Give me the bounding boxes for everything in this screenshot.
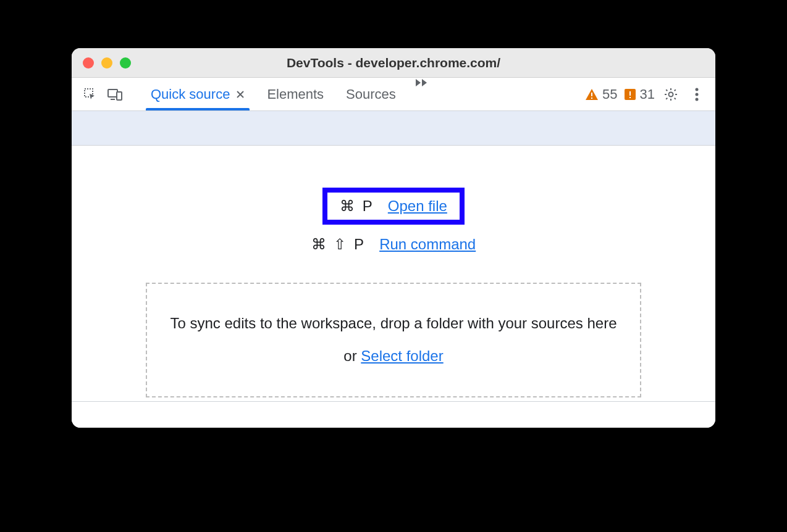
titlebar: DevTools - developer.chrome.com/ [72, 48, 715, 78]
close-tab-icon[interactable] [236, 90, 245, 99]
open-file-shortcut: ⌘ P Open file [322, 188, 465, 225]
settings-icon[interactable] [661, 85, 681, 104]
svg-rect-7 [591, 98, 592, 99]
svg-rect-6 [591, 93, 592, 96]
more-options-icon[interactable] [687, 85, 707, 104]
run-command-shortcut: ⌘ ⇧ P Run command [311, 236, 476, 253]
shortcut-keys: ⌘ ⇧ P [311, 236, 366, 253]
main-toolbar: Quick source Elements Sources [72, 78, 715, 111]
svg-rect-10 [629, 97, 631, 98]
run-command-link[interactable]: Run command [379, 236, 476, 253]
workspace-dropzone[interactable]: To sync edits to the workspace, drop a f… [146, 283, 641, 397]
shortcuts-list: ⌘ P Open file ⌘ ⇧ P Run command [84, 188, 703, 253]
more-tabs-icon[interactable] [407, 78, 437, 110]
inspect-element-icon[interactable] [80, 85, 100, 104]
warning-icon [585, 88, 599, 101]
minimize-window-button[interactable] [101, 57, 112, 69]
tab-elements[interactable]: Elements [256, 78, 335, 110]
svg-rect-1 [108, 89, 117, 97]
device-toggle-icon[interactable] [105, 85, 125, 104]
issue-icon [624, 88, 636, 101]
issues-counter[interactable]: 31 [624, 86, 655, 102]
tab-label: Sources [346, 86, 396, 102]
warnings-counter[interactable]: 55 [585, 86, 617, 102]
shortcut-keys: ⌘ P [340, 197, 374, 215]
toolbar-right: 55 31 [585, 85, 707, 104]
svg-point-14 [696, 98, 699, 101]
svg-point-12 [696, 88, 699, 91]
secondary-toolbar [72, 111, 715, 146]
window-controls [83, 57, 131, 69]
svg-point-11 [669, 92, 673, 96]
window-title: DevTools - developer.chrome.com/ [287, 56, 500, 70]
tab-sources[interactable]: Sources [335, 78, 407, 110]
tab-quick-source[interactable]: Quick source [140, 78, 256, 110]
maximize-window-button[interactable] [120, 57, 131, 69]
close-window-button[interactable] [83, 57, 94, 69]
bottom-spacer [72, 402, 715, 428]
devtools-window: DevTools - developer.chrome.com/ Quick s… [72, 48, 715, 428]
svg-rect-3 [117, 92, 122, 100]
quick-source-panel: ⌘ P Open file ⌘ ⇧ P Run command To sync … [72, 146, 715, 402]
svg-point-13 [696, 93, 699, 96]
tab-strip: Quick source Elements Sources [140, 78, 437, 110]
svg-rect-9 [629, 91, 631, 96]
issues-count: 31 [640, 86, 655, 102]
open-file-link[interactable]: Open file [388, 197, 447, 215]
warnings-count: 55 [602, 86, 617, 102]
tab-label: Quick source [151, 86, 230, 102]
select-folder-link[interactable]: Select folder [361, 347, 443, 364]
tab-label: Elements [267, 86, 324, 102]
